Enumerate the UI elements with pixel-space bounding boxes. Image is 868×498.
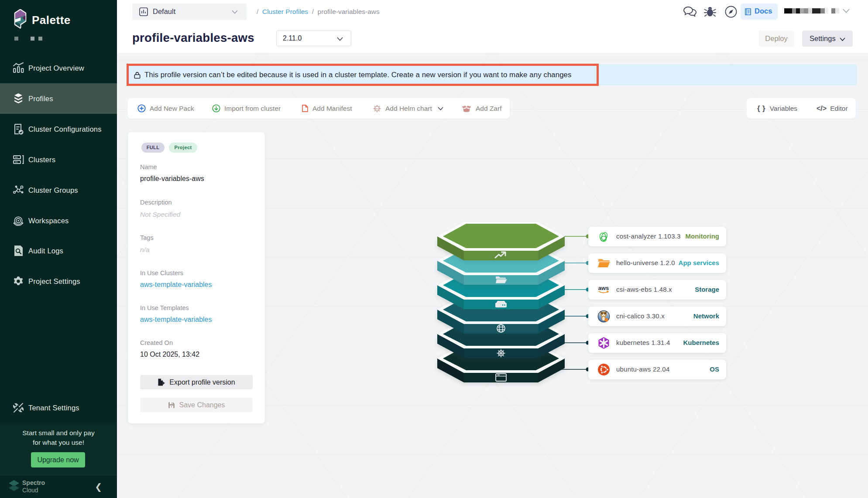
svg-text:aws: aws <box>598 285 609 291</box>
svg-text:HELM: HELM <box>374 108 380 110</box>
